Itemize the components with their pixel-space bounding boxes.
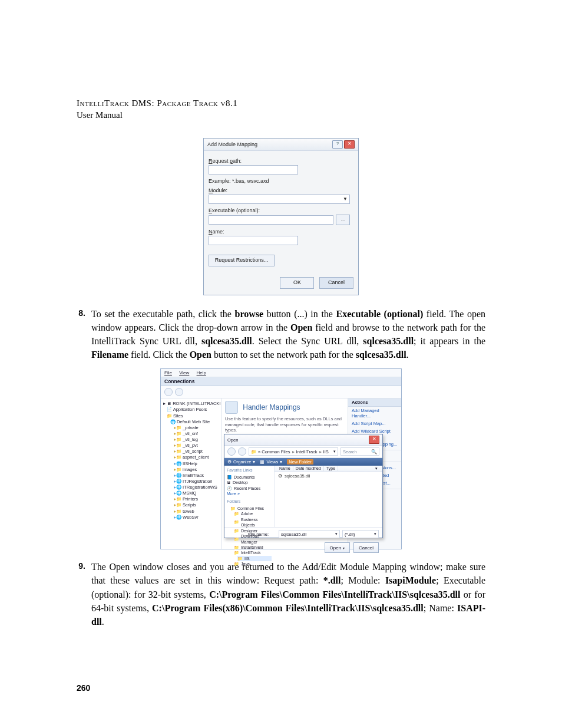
chevron-down-icon: ▼ — [343, 196, 349, 202]
column-menu-icon[interactable]: ▾ — [373, 466, 380, 471]
module-label: Module: — [209, 187, 353, 193]
add-module-mapping-dialog: Add Module Mapping ? ✕ Request path: Exa… — [203, 138, 359, 295]
dialog-title: Add Module Mapping — [207, 141, 257, 147]
module-select[interactable]: ▼ — [209, 195, 350, 204]
iis-center-pane: Handler Mappings Use this feature to spe… — [222, 398, 348, 549]
menu-view[interactable]: View — [179, 370, 189, 375]
fav-desktop[interactable]: 🖥 Desktop — [227, 480, 272, 485]
iis-manager-window: File View Help Connections ▸ 🖥 RONK (INT… — [160, 368, 402, 549]
favorites-pane: Favorite Links 📘 Documents 🖥 Desktop 🕘 R… — [224, 466, 275, 527]
file-list-pane: Name Date modified Type ▾ ⚙ sqlcesa35.dl… — [275, 466, 382, 527]
folder-item[interactable]: 📁 IntelliTrack — [234, 550, 272, 555]
handler-mappings-desc: Use this feature to specify the resource… — [225, 416, 344, 433]
search-input[interactable]: Search 🔍 — [340, 447, 379, 456]
back-icon[interactable] — [227, 447, 236, 456]
iis-menubar: File View Help — [161, 369, 401, 377]
actions-header: Actions — [348, 398, 401, 407]
folder-item[interactable]: 📁 Adobe — [234, 511, 272, 516]
back-icon[interactable] — [164, 388, 173, 396]
close-icon[interactable]: ✕ — [369, 436, 379, 444]
request-restrictions-button[interactable]: Request Restrictions... — [209, 255, 275, 266]
folder-item[interactable]: 📁 Java — [234, 561, 272, 566]
action-link[interactable]: Add Script Map... — [348, 420, 401, 427]
executable-label: Executable (optional): — [209, 207, 353, 213]
request-path-label: Request path: — [209, 158, 353, 164]
fav-documents[interactable]: 📘 Documents — [227, 475, 272, 480]
page-number: 260 — [77, 683, 90, 693]
filename-input[interactable]: sqlcesa35.dll▾ — [279, 530, 340, 538]
step-number: 8. — [68, 307, 91, 362]
col-name[interactable]: Name — [277, 466, 293, 471]
search-icon: 🔍 — [371, 449, 377, 454]
close-icon[interactable]: ✕ — [344, 140, 355, 149]
organize-button[interactable]: ⚙ Organize ▾ — [227, 459, 255, 465]
name-input[interactable] — [209, 236, 298, 245]
col-type[interactable]: Type — [324, 466, 338, 471]
menu-file[interactable]: File — [164, 370, 172, 375]
request-path-input[interactable] — [209, 165, 298, 174]
open-button[interactable]: Open ▾ — [325, 542, 351, 553]
fav-more[interactable]: More » — [227, 491, 272, 496]
header-subtitle: User Manual — [77, 109, 485, 121]
folder-item[interactable]: 📁 Common Files — [230, 506, 272, 511]
name-label: Name: — [209, 229, 353, 235]
folder-item-selected[interactable]: 📁 IIS — [237, 556, 272, 561]
handler-mappings-title: Handler Mappings — [243, 403, 300, 411]
col-date[interactable]: Date modified — [293, 466, 324, 471]
example-label: Example: *.bas, wsvc.axd — [209, 178, 353, 184]
executable-input[interactable] — [209, 215, 333, 225]
new-folder-button[interactable]: New Folder — [287, 459, 313, 465]
step-9-text: The Open window closes and you are retur… — [91, 560, 485, 628]
cancel-button[interactable]: Cancel — [353, 542, 379, 553]
forward-icon[interactable] — [238, 447, 246, 456]
handler-mappings-icon — [225, 401, 238, 414]
help-icon[interactable]: ? — [332, 140, 343, 149]
step-number: 9. — [68, 560, 91, 628]
open-dialog: Open ✕ 📁 « Common Files▸ IntelliTr — [224, 434, 383, 538]
step-8-text: To set the executable path, click the br… — [91, 307, 485, 362]
open-toolbar: ⚙ Organize ▾ ▦ Views ▾ New Folder — [224, 458, 382, 466]
file-row[interactable]: ⚙ sqlcesa35.dll — [275, 472, 382, 480]
page-header: IntelliTrack DMS: Package Track v8.1 Use… — [77, 97, 485, 121]
forward-icon[interactable] — [175, 388, 183, 396]
nav-row — [161, 386, 401, 398]
views-button[interactable]: ▦ Views ▾ — [260, 459, 282, 465]
filename-label: File name: — [248, 532, 269, 537]
menu-help[interactable]: Help — [197, 370, 206, 375]
folder-item[interactable]: 📁 InstallShield — [234, 545, 272, 550]
ok-button[interactable]: OK — [280, 277, 314, 289]
connections-tree[interactable]: ▸ 🖥 RONK (INTELLITRACKINC\ronk) 📄 Applic… — [161, 398, 222, 549]
fav-recent[interactable]: 🕘 Recent Places — [227, 486, 272, 491]
file-type-select[interactable]: (*.dll)▾ — [342, 530, 379, 538]
breadcrumb[interactable]: 📁 « Common Files▸ IntelliTrack▸ IIS ▾ — [249, 447, 338, 456]
connections-header: Connections — [161, 377, 401, 386]
header-title: IntelliTrack DMS: Package Track v8.1 — [77, 97, 485, 109]
folder-item[interactable]: 📁 Business Objects — [234, 517, 272, 528]
open-dialog-title: Open — [227, 437, 238, 443]
cancel-button[interactable]: Cancel — [319, 277, 353, 289]
action-link[interactable]: Add Managed Handler... — [348, 407, 401, 420]
browse-button[interactable]: ... — [336, 215, 350, 225]
